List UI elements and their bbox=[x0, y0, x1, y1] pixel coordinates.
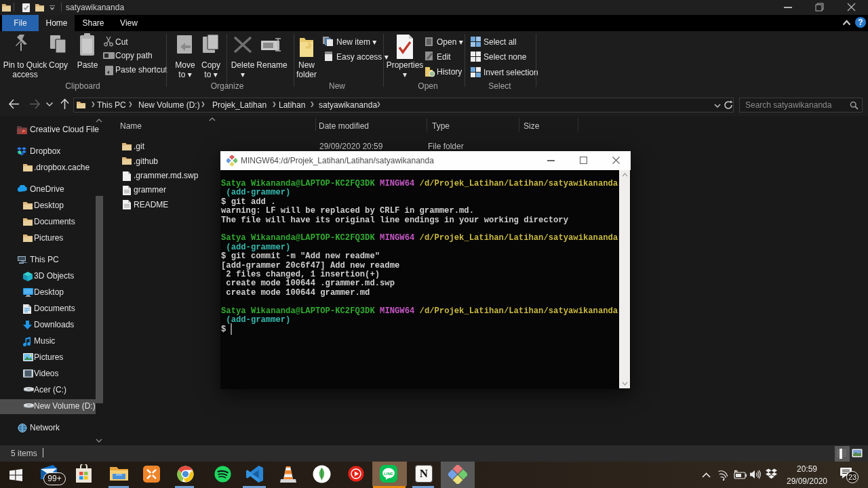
svg-text:LINE: LINE bbox=[384, 472, 393, 476]
